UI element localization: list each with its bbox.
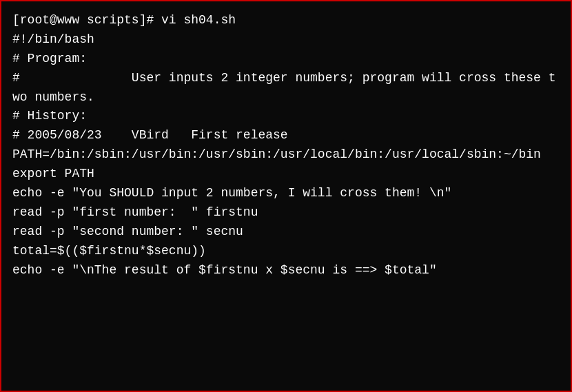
terminal-line-10: read -p "first number: " firstnu [12, 203, 560, 223]
terminal-line-9: echo -e "You SHOULD input 2 numbers, I w… [12, 184, 560, 203]
terminal-line-5: # History: [12, 107, 560, 126]
terminal-line-13: echo -e "\nThe result of $firstnu x $sec… [12, 261, 560, 280]
terminal-window: [root@www scripts]# vi sh04.sh #!/bin/ba… [0, 0, 572, 392]
terminal-line-1: [root@www scripts]# vi sh04.sh [12, 11, 560, 30]
terminal-line-12: total=$(($firstnu*$secnu)) [12, 242, 560, 261]
terminal-line-4: # User inputs 2 integer numbers; program… [12, 69, 560, 107]
terminal-line-7: PATH=/bin:/sbin:/usr/bin:/usr/sbin:/usr/… [12, 145, 560, 165]
terminal-line-11: read -p "second number: " secnu [12, 223, 560, 242]
terminal-line-2: #!/bin/bash [12, 30, 560, 50]
terminal-line-8: export PATH [12, 165, 560, 184]
terminal-line-3: # Program: [12, 50, 560, 69]
terminal-line-6: # 2005/08/23 VBird First release [12, 126, 560, 145]
